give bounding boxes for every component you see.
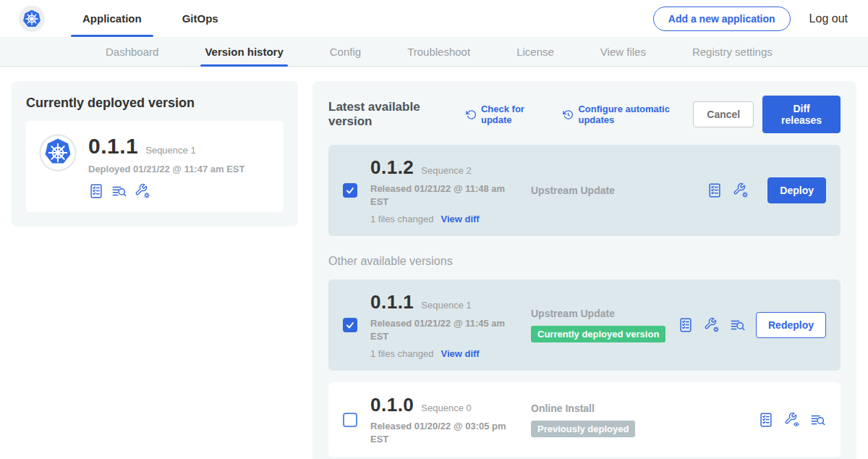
configure-auto-updates-label: Configure automatic updates — [578, 104, 693, 125]
cancel-button[interactable]: Cancel — [693, 101, 754, 127]
version-number: 0.1.1 — [370, 291, 414, 313]
sequence-label: Sequence 0 — [421, 403, 471, 413]
schedule-update-icon — [563, 109, 574, 121]
preflight-checklist-icon[interactable] — [88, 183, 104, 199]
sub-nav: Dashboard Version history Config Trouble… — [0, 37, 868, 67]
check-icon — [345, 320, 355, 330]
check-for-update-label: Check for update — [481, 104, 549, 125]
source-label: Upstream Update — [531, 308, 678, 319]
released-timestamp: Released 01/21/22 @ 11:48 am EST — [370, 182, 508, 208]
currently-deployed-badge: Currently deployed version — [531, 326, 665, 342]
config-wrench-icon[interactable] — [733, 182, 749, 198]
preflight-checklist-icon[interactable] — [758, 412, 774, 428]
release-notes-search-icon[interactable] — [810, 412, 826, 428]
main-content: Currently deployed version 0.1.1 Sequenc… — [0, 67, 868, 459]
released-timestamp: Released 01/20/22 @ 03:05 pm EST — [370, 420, 508, 445]
version-card-0-1-1: 0.1.1 Sequence 1 Released 01/21/22 @ 11:… — [328, 279, 841, 371]
deployed-timestamp: Deployed 01/21/22 @ 11:47 am EST — [88, 164, 244, 174]
version-source: Upstream Update — [528, 185, 707, 196]
version-source: Upstream Update Currently deployed versi… — [528, 308, 678, 342]
view-diff-link[interactable]: View diff — [441, 214, 479, 224]
deployed-version-card: 0.1.1 Sequence 1 Deployed 01/21/22 @ 11:… — [26, 121, 284, 212]
app-logo — [19, 6, 45, 32]
deploy-button[interactable]: Deploy — [767, 177, 826, 203]
preflight-checklist-icon[interactable] — [707, 182, 723, 198]
configure-auto-updates-link[interactable]: Configure automatic updates — [563, 104, 693, 125]
sequence-label: Sequence 1 — [421, 300, 471, 311]
version-card-0-1-2: 0.1.2 Sequence 2 Released 01/21/22 @ 11:… — [328, 145, 841, 236]
release-notes-search-icon[interactable] — [730, 317, 746, 333]
previously-deployed-badge: Previously deployed — [531, 421, 635, 437]
tab-gitops[interactable]: GitOps — [175, 0, 226, 37]
config-wrench-icon[interactable] — [135, 183, 150, 199]
released-timestamp: Released 01/21/22 @ 11:45 am EST — [370, 317, 508, 342]
deployed-version-info: 0.1.1 Sequence 1 Deployed 01/21/22 @ 11:… — [88, 134, 244, 199]
files-changed-label: 1 files changed — [370, 214, 433, 224]
top-tabs: Application GitOps — [75, 0, 252, 37]
version-source: Online Install Previously deployed — [528, 403, 758, 437]
version-info: 0.1.0 Sequence 0 Released 01/20/22 @ 03:… — [370, 394, 528, 445]
source-label: Upstream Update — [531, 185, 707, 196]
version-actions — [758, 412, 826, 428]
subtab-license[interactable]: License — [512, 37, 558, 66]
kubernetes-icon — [21, 8, 43, 30]
top-nav: Application GitOps Add a new application… — [0, 0, 868, 37]
version-actions: Deploy — [707, 177, 826, 203]
version-info: 0.1.1 Sequence 1 Released 01/21/22 @ 11:… — [370, 291, 528, 359]
subtab-dashboard[interactable]: Dashboard — [101, 37, 163, 66]
version-checkbox[interactable] — [343, 318, 357, 332]
files-changed-label: 1 files changed — [370, 348, 433, 359]
config-wrench-icon[interactable] — [704, 317, 720, 333]
available-versions-panel: Latest available version Check for updat… — [312, 81, 856, 459]
deployed-panel-title: Currently deployed version — [26, 96, 284, 111]
view-config-wrench-eye-icon[interactable] — [784, 412, 800, 428]
check-icon — [345, 185, 355, 195]
available-panel-title: Latest available version — [328, 100, 451, 129]
version-number: 0.1.0 — [370, 394, 414, 416]
add-new-application-button[interactable]: Add a new application — [653, 7, 791, 31]
subtab-troubleshoot[interactable]: Troubleshoot — [403, 37, 475, 66]
version-card-0-1-0: 0.1.0 Sequence 0 Released 01/20/22 @ 03:… — [328, 382, 841, 457]
view-diff-link[interactable]: View diff — [441, 348, 479, 359]
subtab-registry-settings[interactable]: Registry settings — [688, 37, 777, 66]
release-notes-search-icon[interactable] — [111, 183, 127, 199]
refresh-icon — [466, 109, 477, 121]
subtab-view-files[interactable]: View files — [596, 37, 650, 66]
top-right: Add a new application Log out — [653, 7, 848, 31]
sequence-label: Sequence 2 — [421, 165, 471, 176]
subtab-version-history[interactable]: Version history — [200, 37, 287, 66]
kubernetes-icon — [39, 134, 77, 172]
version-checkbox[interactable] — [343, 183, 357, 198]
check-for-update-link[interactable]: Check for update — [466, 104, 548, 125]
logout-button[interactable]: Log out — [809, 12, 848, 25]
version-actions: Redeploy — [678, 312, 826, 338]
version-info: 0.1.2 Sequence 2 Released 01/21/22 @ 11:… — [370, 156, 528, 224]
version-checkbox[interactable] — [343, 413, 357, 427]
tab-application[interactable]: Application — [75, 0, 149, 37]
diff-releases-button[interactable]: Diff releases — [762, 96, 841, 133]
preflight-checklist-icon[interactable] — [678, 317, 694, 333]
other-versions-label: Other available versions — [328, 255, 841, 268]
deployed-sequence-label: Sequence 1 — [145, 145, 195, 156]
version-number: 0.1.2 — [370, 156, 414, 179]
currently-deployed-panel: Currently deployed version 0.1.1 Sequenc… — [12, 81, 298, 227]
source-label: Online Install — [531, 403, 758, 414]
available-panel-header: Latest available version Check for updat… — [328, 96, 841, 133]
subtab-config[interactable]: Config — [326, 37, 365, 66]
deployed-actions — [88, 183, 244, 199]
deployed-version-number: 0.1.1 — [88, 134, 138, 159]
redeploy-button[interactable]: Redeploy — [756, 312, 826, 338]
